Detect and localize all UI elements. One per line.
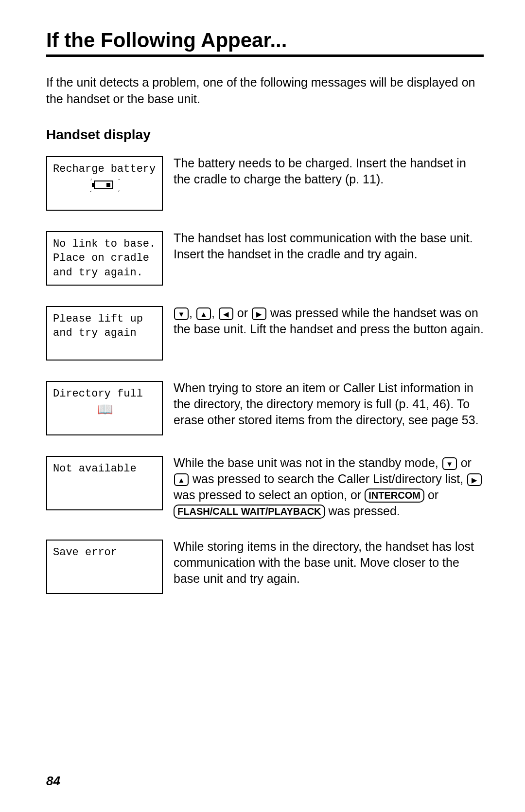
lcd-display: Please lift up and try again [46, 306, 163, 361]
lcd-text: Please lift up and try again [53, 312, 157, 341]
battery-low-icon: ׳ ׳ ׳ ׳ [91, 179, 119, 191]
message-description: When trying to store an item or Caller L… [174, 380, 484, 428]
desc-text: was pressed. [325, 504, 400, 518]
lcd-display: Save error [46, 540, 163, 594]
message-description: ▼, ▲, ◀ or ▶ was pressed while the hands… [174, 305, 484, 337]
message-row: Recharge battery ׳ ׳ ׳ ׳ The battery nee… [46, 155, 484, 211]
lcd-text: Not available [53, 462, 157, 476]
right-arrow-key-icon: ▶ [252, 307, 266, 320]
lcd-text: Save error [53, 545, 157, 560]
message-description: While the base unit was not in the stand… [174, 455, 484, 519]
up-arrow-key-icon: ▲ [196, 307, 211, 320]
manual-page: If the Following Appear... If the unit d… [0, 0, 525, 812]
message-rows: Recharge battery ׳ ׳ ׳ ׳ The battery nee… [46, 155, 484, 594]
directory-book-icon: 📖 [97, 404, 113, 416]
lcd-text: No link to base. Place on cradle and try… [53, 237, 157, 280]
desc-text: was pressed to select an option, or [174, 488, 365, 502]
desc-text: While the base unit was not in the stand… [174, 456, 442, 469]
down-arrow-key-icon: ▼ [174, 307, 189, 320]
message-row: Please lift up and try again ▼, ▲, ◀ or … [46, 305, 484, 361]
intro-text: If the unit detects a problem, one of th… [46, 74, 484, 108]
lcd-text: Recharge battery [53, 162, 157, 177]
message-row: Save error While storing items in the di… [46, 539, 484, 594]
message-description: The handset has lost communication with … [174, 230, 484, 262]
right-arrow-key-icon: ▶ [467, 473, 482, 486]
message-description: The battery needs to be charged. Insert … [174, 155, 484, 187]
page-number: 84 [46, 774, 60, 789]
title-underline [46, 54, 484, 57]
left-arrow-key-icon: ◀ [219, 307, 233, 320]
desc-text: or [424, 488, 438, 502]
flash-call-wait-playback-button-label: FLASH/CALL WAIT/PLAYBACK [174, 505, 325, 519]
page-title: If the Following Appear... [46, 29, 484, 52]
lcd-display: Directory full 📖 [46, 381, 163, 435]
message-description: While storing items in the directory, th… [174, 539, 484, 587]
lcd-display: Recharge battery ׳ ׳ ׳ ׳ [46, 156, 163, 211]
message-row: Directory full 📖 When trying to store an… [46, 380, 484, 435]
lcd-text: Directory full [53, 387, 157, 401]
lcd-display: Not available [46, 456, 163, 510]
desc-text: was pressed to search the Caller List/di… [189, 472, 467, 486]
section-heading-handset-display: Handset display [46, 127, 484, 143]
up-arrow-key-icon: ▲ [174, 473, 189, 486]
lcd-display: No link to base. Place on cradle and try… [46, 231, 163, 286]
lcd-icon-row: 📖 [53, 404, 157, 416]
lcd-icon-row: ׳ ׳ ׳ ׳ [53, 179, 157, 191]
down-arrow-key-icon: ▼ [442, 457, 457, 470]
message-row: Not available While the base unit was no… [46, 455, 484, 519]
message-row: No link to base. Place on cradle and try… [46, 230, 484, 286]
intercom-button-label: INTERCOM [365, 488, 424, 503]
